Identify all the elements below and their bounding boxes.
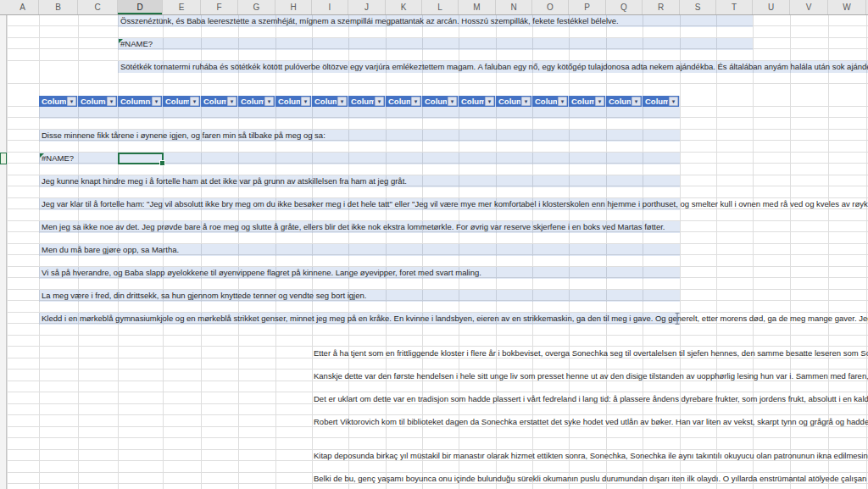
filter-dropdown-button[interactable]: ▾ [264,97,274,106]
column-letter-F[interactable]: F [201,0,238,14]
chevron-down-icon: ▾ [268,98,271,104]
column-letter-W[interactable]: W [828,0,866,14]
column-letter-S[interactable]: S [680,0,716,14]
column-letter-M[interactable]: M [459,0,496,14]
table-row[interactable]: #NAME? [118,38,753,50]
selected-cell[interactable] [118,153,164,164]
table-row[interactable] [39,107,680,119]
cell-text: Men du må bare gjøre opp, sa Martha. [42,244,179,256]
table-column-header: Column16▾ [606,96,643,108]
filter-dropdown-button[interactable]: ▾ [190,97,199,106]
filter-dropdown-button[interactable]: ▾ [632,97,641,106]
table-column-header-label: Column14 [535,97,557,106]
selected-row-marker[interactable] [0,153,7,164]
filter-dropdown-button[interactable]: ▾ [595,97,604,106]
cell-text: Jeg kunne knapt hindre meg i å fortelle … [42,175,407,187]
cell-text[interactable]: Kanskje dette var den første hendelsen i… [314,370,868,382]
table-column-header-label: Column6 [241,97,264,106]
column-letter-E[interactable]: E [163,0,201,14]
text-cursor-icon [673,312,682,327]
fill-handle[interactable] [159,160,165,166]
column-letter-L[interactable]: L [422,0,459,14]
filter-dropdown-button[interactable]: ▾ [337,97,347,106]
table-column-header-label: Column5 [203,97,226,106]
cell-text: La meg være i fred, din drittsekk, sa hu… [42,290,366,302]
table-column-header: Column2▾ [78,96,118,108]
chevron-down-icon: ▾ [155,98,159,104]
filter-dropdown-button[interactable]: ▾ [227,97,236,106]
filter-dropdown-button[interactable]: ▾ [448,97,457,106]
column-letter-J[interactable]: J [348,0,386,14]
table-row[interactable]: Men jeg sa ikke noe av det. Jeg prøvde b… [39,221,680,233]
cell-text[interactable]: Etter å ha tjent som en frittliggende kl… [314,347,868,359]
column-letter-C[interactable]: C [78,0,118,14]
column-letter-H[interactable]: H [275,0,312,14]
spreadsheet: ABCDEFGHIJKLMNOPQRSTUVW Összenéztünk, és… [0,0,868,489]
table-column-header-label: Column7 [278,97,300,106]
error-indicator-icon [40,153,44,158]
table-row[interactable]: Összenéztünk, és Baba leeresztette a sze… [118,15,753,27]
cell-text[interactable]: Det er uklart om dette var en tradisjon … [314,393,868,405]
column-letter-U[interactable]: U [753,0,790,14]
filter-dropdown-button[interactable]: ▾ [558,97,567,106]
table-column-header: Column14▾ [532,96,569,108]
sheet-grid[interactable]: Összenéztünk, és Baba leeresztette a sze… [0,15,868,489]
cell-text: Disse minnene fikk tårene i øynene igjen… [42,130,326,142]
table-column-header: Column8▾ [312,96,348,108]
chevron-down-icon: ▾ [415,98,418,104]
table-column-header-label: Column3 [120,97,151,106]
cell-text[interactable]: Kitap deposunda birkaç yıl müstakil bir … [314,450,868,462]
row-header-strip[interactable] [0,15,7,489]
filter-dropdown-button[interactable]: ▾ [411,97,420,106]
column-letter-V[interactable]: V [790,0,828,14]
cell-text: Összenéztünk, és Baba leeresztette a sze… [120,15,619,27]
filter-dropdown-button[interactable]: ▾ [485,97,494,106]
table-row[interactable]: Jeg kunne knapt hindre meg i å fortelle … [39,175,680,187]
filter-dropdown-button[interactable]: ▾ [67,97,76,106]
chevron-down-icon: ▾ [525,98,528,104]
column-letter-B[interactable]: B [39,0,78,14]
table-column-header: Column13▾ [496,96,532,108]
gridline-vertical [7,15,8,489]
column-letter-Q[interactable]: Q [606,0,643,14]
cell-text: Vi så på hverandre, og Baba slapp øyelok… [42,267,481,279]
column-letter-P[interactable]: P [569,0,606,14]
column-letter-D[interactable]: D [118,0,163,14]
table-column-header-label: Column1 [42,97,66,106]
table-column-header: Column12▾ [459,96,496,108]
filter-dropdown-button[interactable]: ▾ [521,97,531,106]
cell-text[interactable]: Belki de bu, genç yaşamı boyunca onu içi… [314,473,868,485]
cell-text: #NAME? [120,38,153,50]
column-letter-T[interactable]: T [716,0,753,14]
column-letter-N[interactable]: N [496,0,532,14]
filter-dropdown-button[interactable]: ▾ [301,97,310,106]
column-letter-A[interactable]: A [7,0,39,14]
cell-text[interactable]: Robert Viktorovich kom til biblioteket d… [314,416,868,428]
chevron-down-icon: ▾ [231,98,234,104]
table-row[interactable]: Vi så på hverandre, og Baba slapp øyelok… [39,267,680,279]
cell-text: Sötétkék tornatermi ruhába és sötétkék k… [120,61,868,73]
table-row[interactable]: Jeg var klar til å fortelle ham: "Jeg vi… [39,198,680,210]
filter-dropdown-button[interactable]: ▾ [107,97,116,106]
chevron-down-icon: ▾ [451,98,454,104]
filter-dropdown-button[interactable]: ▾ [375,97,384,106]
table-column-header-label: Column11 [425,97,447,106]
table-row[interactable]: Men du må bare gjøre opp, sa Martha. [39,244,680,256]
table-column-header-label: Column2 [81,97,106,106]
table-column-header: Column9▾ [348,96,386,108]
column-letter-K[interactable]: K [386,0,422,14]
table-column-header-label: Column17 [645,97,668,106]
column-letter-O[interactable]: O [532,0,569,14]
column-letter-G[interactable]: G [238,0,275,14]
table-row[interactable]: Sötétkék tornatermi ruhába és sötétkék k… [118,61,868,73]
table-column-header-label: Column16 [609,97,631,106]
column-letter-I[interactable]: I [312,0,348,14]
error-indicator-icon [119,39,123,43]
filter-dropdown-button[interactable]: ▾ [152,97,161,106]
filter-dropdown-button[interactable]: ▾ [669,97,678,106]
table-row[interactable]: Disse minnene fikk tårene i øynene igjen… [39,130,680,142]
table-row[interactable]: Kledd i en mørkeblå gymnasiumkjole og en… [39,313,680,325]
column-letter-R[interactable]: R [643,0,680,14]
table-column-header: Column10▾ [386,96,422,108]
table-row[interactable]: La meg være i fred, din drittsekk, sa hu… [39,290,680,302]
